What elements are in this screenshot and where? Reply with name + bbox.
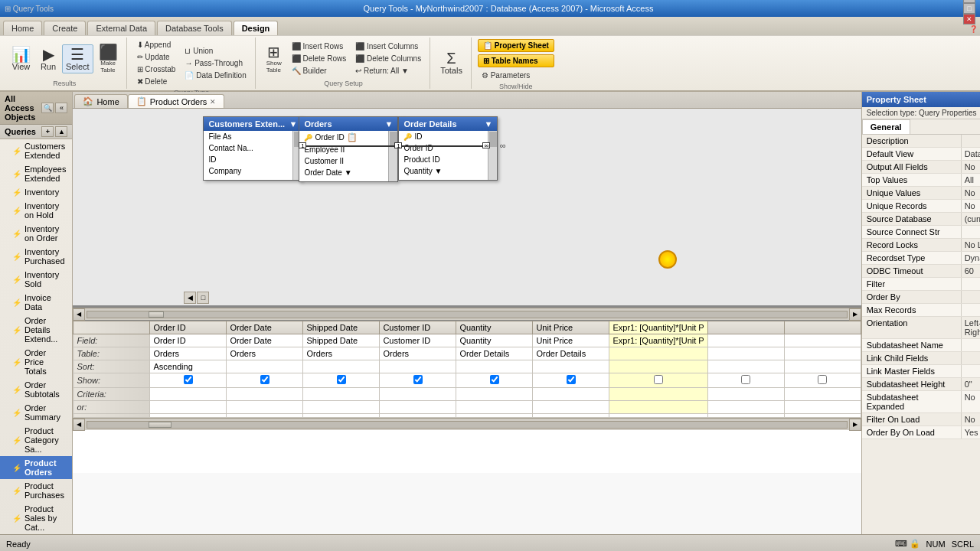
show-checkbox-6[interactable] (567, 375, 576, 384)
grid-table-orders-4[interactable]: Orders (380, 347, 456, 360)
grid-sort-9[interactable] (784, 360, 861, 373)
ps-value-output-all[interactable]: No (962, 161, 980, 173)
make-table-button[interactable]: ⬛ MakeTable (95, 42, 122, 76)
nav-item-customers-extended[interactable]: ⚡ Customers Extended (0, 139, 72, 162)
nav-item-product-sales-cat[interactable]: ⚡ Product Sales by Cat... (0, 502, 72, 534)
designer-scroll-left[interactable]: ◀ (184, 292, 196, 304)
builder-button[interactable]: 🔨 Builder (288, 65, 350, 77)
append-button[interactable]: ⬇ Append (133, 39, 180, 51)
grid-empty-1-3[interactable] (303, 414, 380, 418)
data-definition-button[interactable]: 📄 Data Definition (181, 70, 250, 81)
ps-value-recordset-type[interactable]: Dynaset (962, 252, 980, 264)
ps-value-source-connect[interactable] (962, 226, 980, 238)
run-button[interactable]: ▶ Run (36, 44, 60, 73)
pass-through-button[interactable]: → Pass-Through (181, 57, 250, 69)
ps-value-orientation[interactable]: Left-to-Right (962, 317, 980, 338)
ps-value-description[interactable] (962, 135, 980, 147)
grid-sort-2[interactable] (227, 360, 303, 373)
ps-value-record-locks[interactable]: No Locks (962, 239, 980, 251)
grid-field-shipped-date[interactable]: Shipped Date (303, 334, 380, 347)
grid-sort-3[interactable] (303, 360, 380, 373)
grid-col-customer-id[interactable]: Customer ID (380, 321, 456, 334)
ps-value-filter[interactable] (962, 278, 980, 290)
orders-field-customer[interactable]: Customer II (299, 155, 388, 167)
grid-empty-1-5[interactable] (456, 414, 533, 418)
grid-empty-1-2[interactable] (227, 414, 303, 418)
show-checkbox-7[interactable] (654, 375, 663, 384)
nav-item-product-orders[interactable]: ⚡ Product Orders (0, 456, 72, 479)
customers-field-company[interactable]: Company (204, 165, 292, 177)
grid-table-orders-1[interactable]: Orders (150, 347, 227, 360)
tab-home[interactable]: 🏠 Home (74, 94, 127, 108)
scroll-right-button[interactable]: ▶ (849, 308, 861, 321)
show-checkbox-5[interactable] (490, 375, 499, 384)
grid-or-9[interactable] (784, 401, 861, 414)
crosstab-button[interactable]: ⊞ Crosstab (133, 64, 180, 75)
grid-sort-6[interactable] (533, 360, 609, 373)
grid-or-1[interactable] (150, 401, 227, 414)
order-details-field-product-id[interactable]: Product ID (399, 154, 488, 165)
grid-show-1[interactable] (150, 373, 227, 388)
grid-col-order-id[interactable]: Order ID (150, 321, 227, 334)
ps-value-unique-values[interactable]: No (962, 187, 980, 199)
grid-table-order-details-2[interactable]: Order Details (533, 347, 609, 360)
grid-criteria-1[interactable] (150, 388, 227, 401)
grid-table-order-details-1[interactable]: Order Details (456, 347, 533, 360)
delete-rows-button[interactable]: ⬛ Delete Rows (288, 53, 350, 64)
grid-show-4[interactable] (380, 373, 456, 388)
grid-show-8[interactable] (707, 373, 784, 388)
grid-col-extra1[interactable] (707, 321, 784, 334)
ps-value-top-values[interactable]: All (962, 174, 980, 186)
nav-collapse-button[interactable]: « (55, 103, 67, 113)
grid-table-orders-2[interactable]: Orders (227, 347, 303, 360)
grid-show-6[interactable] (533, 373, 609, 388)
grid-criteria-5[interactable] (456, 388, 533, 401)
scroll-left-button[interactable]: ◀ (73, 308, 85, 321)
grid-empty-1-7[interactable] (609, 414, 707, 418)
grid-table-orders-3[interactable]: Orders (303, 347, 380, 360)
grid-field-customer-id[interactable]: Customer ID (380, 334, 456, 347)
grid-table-extra2[interactable] (784, 347, 861, 360)
nav-item-inventory-order[interactable]: ⚡ Inventory on Order (0, 222, 72, 245)
grid-criteria-6[interactable] (533, 388, 609, 401)
customers-field-contact[interactable]: Contact Na... (204, 142, 292, 154)
show-checkbox-3[interactable] (337, 375, 346, 384)
grid-field-order-date[interactable]: Order Date (227, 334, 303, 347)
show-checkbox-8[interactable] (741, 375, 750, 384)
grid-scroll-track[interactable] (87, 421, 847, 429)
orders-field-order-date[interactable]: Order Date ▼ (299, 167, 388, 178)
grid-scroll-thumb[interactable] (149, 422, 172, 428)
show-table-button[interactable]: ⊞ ShowTable (262, 42, 286, 76)
nav-item-product-category[interactable]: ⚡ Product Category Sa... (0, 424, 72, 456)
tab-home[interactable]: Home (3, 21, 42, 35)
order-details-field-order-id[interactable]: Order ID (399, 142, 488, 154)
ps-value-max-records[interactable] (962, 304, 980, 316)
grid-col-shipped-date[interactable]: Shipped Date (303, 321, 380, 334)
grid-criteria-7[interactable] (609, 388, 707, 401)
ps-value-subdatasheet-expanded[interactable]: No (962, 391, 980, 412)
insert-columns-button[interactable]: ⬛ Insert Columns (351, 41, 425, 52)
grid-col-expr1[interactable]: Expr1: [Quantity]*[Unit P (609, 321, 707, 334)
grid-criteria-9[interactable] (784, 388, 861, 401)
show-checkbox-4[interactable] (413, 375, 423, 384)
grid-show-9[interactable] (784, 373, 861, 388)
nav-item-inventory-purchased[interactable]: ⚡ Inventory Purchased (0, 245, 72, 268)
grid-field-unit-price[interactable]: Unit Price (533, 334, 609, 347)
show-checkbox-2[interactable] (260, 375, 270, 384)
grid-show-5[interactable] (456, 373, 533, 388)
grid-empty-1-4[interactable] (380, 414, 456, 418)
ps-value-odbc-timeout[interactable]: 60 (962, 265, 980, 277)
grid-empty-1-8[interactable] (707, 414, 784, 418)
customers-field-file-as[interactable]: File As (204, 131, 292, 142)
grid-show-7[interactable] (609, 373, 707, 388)
grid-or-2[interactable] (227, 401, 303, 414)
hscroll-track[interactable] (87, 311, 847, 318)
grid-field-extra2[interactable] (784, 334, 861, 347)
nav-search-button[interactable]: 🔍 (41, 103, 54, 113)
ps-value-order-by[interactable] (962, 291, 980, 303)
grid-criteria-3[interactable] (303, 388, 380, 401)
ps-value-unique-records[interactable]: No (962, 200, 980, 212)
grid-col-order-date[interactable]: Order Date (227, 321, 303, 334)
grid-criteria-8[interactable] (707, 388, 784, 401)
ps-value-filter-on-load[interactable]: No (962, 413, 980, 425)
